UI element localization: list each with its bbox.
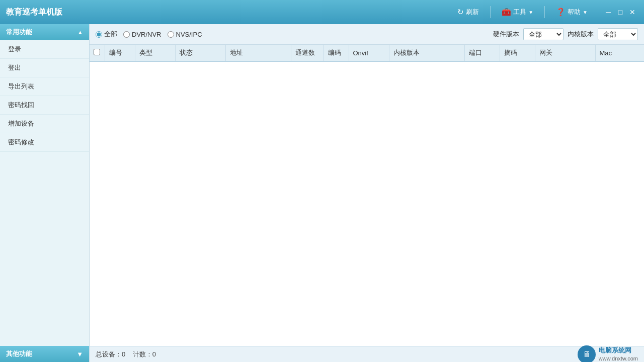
count-label: 计数： [133,350,152,358]
radio-dvr-input[interactable] [123,31,130,38]
radio-all-input[interactable] [96,31,102,38]
th-num: 编号 [105,45,135,61]
toolbar-buttons: ↻ 刷新 🧰 工具 ▼ ❓ 帮助 ▼ ─ □ ✕ [452,6,638,19]
status-bar: 总设备：0 计数：0 🖥 电脑系统网 www.dnxtw.com [90,346,644,362]
count-value: 0 [152,350,156,358]
close-button[interactable]: ✕ [627,7,638,18]
help-label: 帮助 [568,8,581,17]
device-type-filter: 全部 DVR/NVR NVS/IPC [96,30,202,39]
th-channels: 通道数 [291,45,324,61]
sidebar-common-arrow: ▲ [77,29,83,35]
th-port: 端口 [464,45,500,61]
th-code: 编码 [324,45,349,61]
content-area: 全部 DVR/NVR NVS/IPC 硬件版本 全部 内核版本 全部 [90,24,644,362]
app-title: 教育巡考单机版 [6,7,452,18]
help-icon: ❓ [556,8,566,17]
radio-nvs-label: NVS/IPC [176,31,202,38]
help-arrow-icon: ▼ [583,10,588,15]
sidebar-item-login[interactable]: 登录 [0,40,89,59]
th-gateway: 网关 [535,45,595,61]
sidebar-common-label: 常用功能 [6,28,32,37]
watermark-computer-icon: 🖥 [583,350,591,359]
sidebar-item-password-change[interactable]: 密码修改 [0,133,89,152]
version-filters: 硬件版本 全部 内核版本 全部 [493,28,638,40]
filter-bar: 全部 DVR/NVR NVS/IPC 硬件版本 全部 内核版本 全部 [90,24,644,45]
sidebar-other-arrow: ▼ [76,350,83,358]
sidebar-other-label: 其他功能 [6,349,32,358]
tools-button[interactable]: 🧰 工具 ▼ [497,6,538,19]
sidebar-common-section[interactable]: 常用功能 ▲ [0,24,89,40]
total-label: 总设备： [96,350,122,358]
radio-dvr-label: DVR/NVR [132,31,162,38]
tools-icon: 🧰 [502,8,511,17]
sidebar-other-section[interactable]: 其他功能 ▼ [0,346,89,362]
radio-nvs[interactable]: NVS/IPC [168,31,202,38]
separator-1 [490,6,491,18]
watermark-site-url: www.dnxtw.com [599,355,638,362]
device-table-container: 编号 类型 状态 地址 通道数 编码 Onvif 内核版本 端口 摘码 网关 M… [90,45,644,346]
separator-2 [544,6,545,18]
hardware-version-label: 硬件版本 [493,30,519,39]
watermark-site-name: 电脑系统网 [599,346,638,355]
sidebar-menu: 登录 登出 导出列表 密码找回 增加设备 密码修改 [0,40,89,346]
total-count: 0 [122,350,125,358]
radio-nvs-input[interactable] [168,31,174,38]
restore-button[interactable]: □ [615,7,626,18]
sidebar-item-add-device[interactable]: 增加设备 [0,115,89,133]
watermark: 🖥 电脑系统网 www.dnxtw.com [578,345,638,363]
table-header-row: 编号 类型 状态 地址 通道数 编码 Onvif 内核版本 端口 摘码 网关 M… [90,45,644,61]
th-type: 类型 [135,45,175,61]
title-bar: 教育巡考单机版 ↻ 刷新 🧰 工具 ▼ ❓ 帮助 ▼ ─ □ ✕ [0,0,644,24]
refresh-button[interactable]: ↻ 刷新 [452,6,484,19]
th-mac: Mac [595,45,644,61]
device-table: 编号 类型 状态 地址 通道数 编码 Onvif 内核版本 端口 摘码 网关 M… [90,45,644,62]
main-layout: 常用功能 ▲ 登录 登出 导出列表 密码找回 增加设备 密码修改 其他功 [0,24,644,362]
watermark-text: 电脑系统网 www.dnxtw.com [599,346,638,362]
th-kernel: 内核版本 [389,45,464,61]
tools-arrow-icon: ▼ [528,10,533,15]
select-all-checkbox[interactable] [94,49,100,55]
watermark-icon: 🖥 [578,345,596,363]
sidebar-item-export[interactable]: 导出列表 [0,77,89,96]
radio-dvr[interactable]: DVR/NVR [123,31,162,38]
sidebar: 常用功能 ▲ 登录 登出 导出列表 密码找回 增加设备 密码修改 其他功 [0,24,90,362]
tools-label: 工具 [513,8,526,17]
kernel-version-select[interactable]: 全部 [598,28,638,40]
th-onvif: Onvif [349,45,389,61]
refresh-icon: ↻ [457,8,464,17]
hardware-version-select[interactable]: 全部 [523,28,564,40]
minimize-button[interactable]: ─ [603,7,614,18]
table-header: 编号 类型 状态 地址 通道数 编码 Onvif 内核版本 端口 摘码 网关 M… [90,45,644,61]
th-address: 地址 [225,45,291,61]
th-status: 状态 [175,45,225,61]
sidebar-item-logout[interactable]: 登出 [0,59,89,77]
refresh-label: 刷新 [466,8,479,17]
window-controls: ─ □ ✕ [603,7,638,18]
help-button[interactable]: ❓ 帮助 ▼ [551,6,593,19]
status-text: 总设备：0 计数：0 [96,350,156,359]
th-checkbox [90,45,105,61]
radio-all[interactable]: 全部 [96,30,117,39]
radio-all-label: 全部 [104,30,117,39]
sidebar-item-password-recover[interactable]: 密码找回 [0,96,89,115]
kernel-version-label: 内核版本 [568,30,594,39]
th-compress: 摘码 [500,45,535,61]
